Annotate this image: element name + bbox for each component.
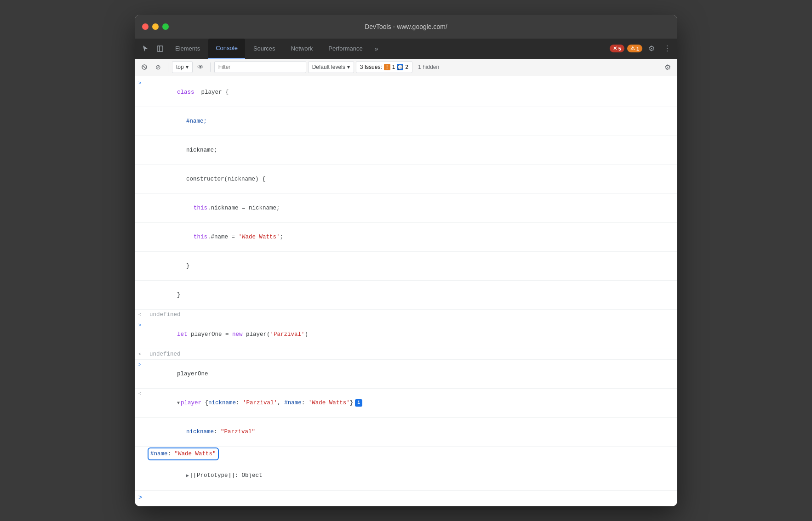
orange-issue-icon: !	[384, 64, 390, 70]
errors-badge[interactable]: ✕ 5	[610, 45, 624, 52]
window-title: DevTools - www.google.com/	[365, 23, 447, 30]
colon: :	[168, 451, 175, 457]
line-content: nickname: "Parzival"	[148, 418, 677, 446]
line-content: ▶[[Prototype]]: Object	[148, 462, 677, 489]
line-nickname-decl: nickname;	[135, 136, 677, 165]
input-arrow: >	[138, 321, 148, 330]
svg-line-3	[143, 66, 146, 68]
wade-watts-value: "Wade Watts"	[175, 451, 216, 457]
no-arrow	[138, 223, 148, 224]
line-close-class: }	[135, 281, 677, 310]
info-icon: i	[355, 399, 362, 407]
line-content: }	[148, 252, 677, 280]
line-this-name: this.#name = 'Wade Watts';	[135, 223, 677, 252]
line-content: constructor(nickname) {	[148, 165, 677, 193]
line-content: let playerOne = new player('Parzival')	[148, 321, 677, 348]
filter-input[interactable]	[214, 61, 306, 73]
no-arrow	[138, 165, 148, 166]
hash-name-key: #name	[150, 451, 168, 457]
blue-issue-icon: 💬	[397, 64, 403, 70]
line-content: this.nickname = nickname;	[148, 194, 677, 222]
line-undefined-1: < undefined	[135, 310, 677, 320]
line-prototype[interactable]: ▶[[Prototype]]: Object	[135, 461, 677, 490]
tab-network[interactable]: Network	[284, 39, 320, 59]
warnings-badge[interactable]: ⚠ 1	[627, 45, 642, 52]
line-let-player: > let playerOne = new player('Parzival')	[135, 320, 677, 349]
line-content: undefined	[148, 310, 677, 319]
line-content: undefined	[148, 350, 677, 359]
eye-icon[interactable]: 👁	[194, 61, 206, 73]
issues-button[interactable]: 3 Issues: ! 1 💬 2	[356, 61, 412, 73]
no-arrow	[138, 136, 148, 137]
log-levels-selector[interactable]: Default levels ▾	[308, 61, 354, 73]
input-arrow: >	[138, 79, 148, 88]
line-constructor-decl: constructor(nickname) {	[135, 165, 677, 194]
tab-elements[interactable]: Elements	[168, 39, 207, 59]
maximize-button[interactable]	[162, 23, 169, 30]
output-arrow: <	[138, 350, 148, 359]
line-content: }	[148, 281, 677, 309]
tab-bar-right: ✕ 5 ⚠ 1 ⚙ ⋮	[610, 42, 674, 55]
toolbar-divider-2	[210, 62, 211, 72]
line-hash-name-decl: #name;	[135, 107, 677, 136]
title-bar: DevTools - www.google.com/	[135, 15, 677, 39]
output-arrow: <	[138, 389, 148, 398]
context-selector[interactable]: top ▾	[172, 61, 193, 73]
console-toolbar: ⊘ top ▾ 👁 Default levels ▾ 3 Issues: ! 1…	[135, 59, 677, 76]
close-button[interactable]	[142, 23, 149, 30]
dropdown-arrow-icon: ▾	[186, 64, 189, 70]
tab-sources[interactable]: Sources	[246, 39, 283, 59]
line-nickname-value: nickname: "Parzival"	[135, 418, 677, 447]
tab-bar: Elements Console Sources Network Perform…	[135, 39, 677, 59]
toolbar-divider-1	[168, 62, 168, 72]
line-player-one-input: > playerOne	[135, 360, 677, 389]
console-output: > class player { #name; nickname; constr…	[135, 76, 677, 506]
no-arrow	[138, 108, 148, 108]
cursor-icon[interactable]	[138, 42, 152, 56]
line-content: this.#name = 'Wade Watts';	[148, 223, 677, 251]
minimize-button[interactable]	[152, 23, 159, 30]
console-settings-icon[interactable]: ⚙	[662, 61, 674, 73]
highlighted-name-row: #name: "Wade Watts"	[148, 447, 219, 460]
cursor-prompt: >	[138, 493, 142, 503]
tab-console[interactable]: Console	[208, 39, 245, 59]
line-content: nickname;	[148, 136, 677, 164]
line-content: #name;	[148, 108, 677, 135]
no-arrow	[138, 462, 148, 463]
error-icon: ✕	[613, 45, 617, 51]
tab-performance[interactable]: Performance	[321, 39, 370, 59]
block-icon[interactable]: ⊘	[152, 61, 164, 73]
line-close-constructor: }	[135, 252, 677, 281]
clear-console-button[interactable]	[138, 61, 150, 73]
warning-icon: ⚠	[630, 45, 635, 51]
line-class-player: > class player {	[135, 78, 677, 107]
devtools-window: DevTools - www.google.com/ Elements Cons…	[135, 15, 677, 506]
line-content: class player {	[148, 79, 677, 106]
line-content: ▼player {nickname: 'Parzival', #name: 'W…	[148, 389, 677, 417]
no-arrow	[138, 194, 148, 195]
hidden-count: 1 hidden	[418, 64, 439, 70]
more-tabs-button[interactable]: »	[371, 42, 382, 55]
console-input-line[interactable]: >	[135, 490, 677, 504]
line-undefined-2: < undefined	[135, 349, 677, 360]
input-arrow: >	[138, 360, 148, 369]
line-player-object[interactable]: < ▼player {nickname: 'Parzival', #name: …	[135, 389, 677, 418]
more-options-icon[interactable]: ⋮	[661, 42, 674, 55]
no-arrow	[138, 281, 148, 282]
line-this-nickname: this.nickname = nickname;	[135, 194, 677, 223]
no-arrow	[138, 252, 148, 253]
traffic-lights	[142, 23, 169, 30]
dock-icon[interactable]	[153, 42, 167, 56]
output-arrow: <	[138, 310, 148, 319]
levels-dropdown-icon: ▾	[347, 64, 350, 70]
settings-icon[interactable]: ⚙	[645, 42, 658, 55]
no-arrow	[138, 418, 148, 419]
line-content: playerOne	[148, 360, 677, 388]
svg-rect-0	[157, 46, 163, 51]
